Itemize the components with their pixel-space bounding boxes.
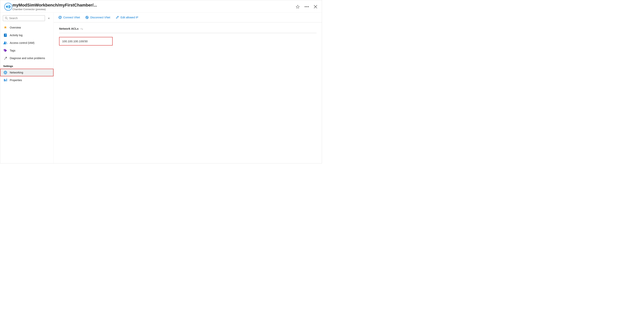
app-container: myModSimWorkbench/myFirstChamber/... Cha… [0,0,322,163]
search-input[interactable] [9,17,43,20]
network-acl-title: Network ACLs [59,27,78,30]
svg-point-3 [8,6,9,7]
sidebar: « Overview [0,13,54,163]
svg-point-8 [305,6,306,7]
sidebar-item-diagnose[interactable]: Diagnose and solve problems [0,54,54,62]
network-acl-header: Network ACLs ↑↓ [59,27,316,30]
book-icon [3,33,8,37]
bars-icon [3,78,8,82]
svg-line-36 [118,17,118,17]
svg-point-4 [8,7,9,8]
collapse-button[interactable]: « [47,16,51,21]
sidebar-item-tags[interactable]: Tags [0,47,54,54]
sidebar-item-properties[interactable]: Properties [0,76,54,84]
acl-value-cell: 100.100.100.100/30 [59,37,112,46]
connect-vnet-icon [58,16,62,19]
close-icon [314,5,317,9]
pushpin-icon [3,26,8,30]
svg-point-27 [5,72,6,73]
edit-allowed-ip-button[interactable]: Edit allowed IP [116,15,138,20]
sidebar-item-networking[interactable]: Networking [0,69,54,76]
search-icon [5,17,8,20]
sidebar-overview-label: Overview [10,26,21,29]
svg-point-22 [4,50,5,51]
page-title: myModSimWorkbench/myFirstChamber/... [12,3,295,8]
header: myModSimWorkbench/myFirstChamber/... Cha… [0,0,322,13]
svg-rect-16 [4,34,4,37]
svg-marker-7 [296,5,300,8]
svg-point-5 [7,6,8,7]
body-layout: « Overview [0,13,322,163]
search-area: « [0,15,54,24]
svg-line-14 [7,19,8,19]
sidebar-item-activity-log[interactable]: Activity log [0,31,54,39]
svg-point-29 [6,72,6,72]
sidebar-diagnose-label: Diagnose and solve problems [10,57,45,60]
sidebar-access-control-label: Access control (IAM) [10,41,34,44]
svg-rect-31 [5,80,6,81]
svg-rect-32 [6,79,7,81]
connect-vnet-button[interactable]: Connect VNet [58,15,80,20]
tag-icon [3,48,8,53]
content-area: Network ACLs ↑↓ 100.100.100.100/30 [54,22,322,163]
svg-rect-30 [4,79,5,81]
svg-point-21 [6,42,7,43]
sidebar-tags-label: Tags [10,49,16,52]
star-icon [296,5,300,9]
header-actions [295,4,318,9]
network-icon [3,70,8,75]
edit-allowed-ip-label: Edit allowed IP [120,16,138,19]
svg-point-6 [8,6,9,7]
people-icon [3,41,8,45]
svg-point-0 [4,3,12,11]
settings-section-label: Settings [0,62,54,69]
sort-icons: ↑↓ [80,27,83,30]
edit-icon [116,16,119,19]
disconnect-vnet-label: Disconnect VNet [90,16,110,19]
main-content: Connect VNet Disconnect VNet Edit [54,13,322,163]
connect-vnet-label: Connect VNet [63,16,80,19]
acl-ip-value: 100.100.100.100/30 [62,40,88,43]
header-title-group: myModSimWorkbench/myFirstChamber/... Cha… [12,3,295,11]
favorite-button[interactable] [295,4,300,9]
page-subtitle: Chamber Connector (preview) [12,8,295,11]
app-logo [4,3,12,11]
close-button[interactable] [313,4,318,9]
more-options-button[interactable] [304,5,310,8]
svg-point-28 [4,72,4,72]
disconnect-vnet-icon [85,16,89,19]
sidebar-item-access-control[interactable]: Access control (IAM) [0,39,54,47]
sidebar-item-overview[interactable]: Overview [0,24,54,31]
sidebar-properties-label: Properties [10,79,22,82]
svg-point-10 [308,6,309,7]
toolbar: Connect VNet Disconnect VNet Edit [54,13,322,22]
disconnect-vnet-button[interactable]: Disconnect VNet [85,15,110,20]
search-box[interactable] [3,15,45,21]
sidebar-activity-log-label: Activity log [10,34,22,37]
ellipsis-icon [304,6,309,7]
wrench-icon [3,56,8,60]
sidebar-networking-label: Networking [10,71,23,74]
svg-point-20 [4,42,6,43]
svg-point-9 [306,6,307,7]
